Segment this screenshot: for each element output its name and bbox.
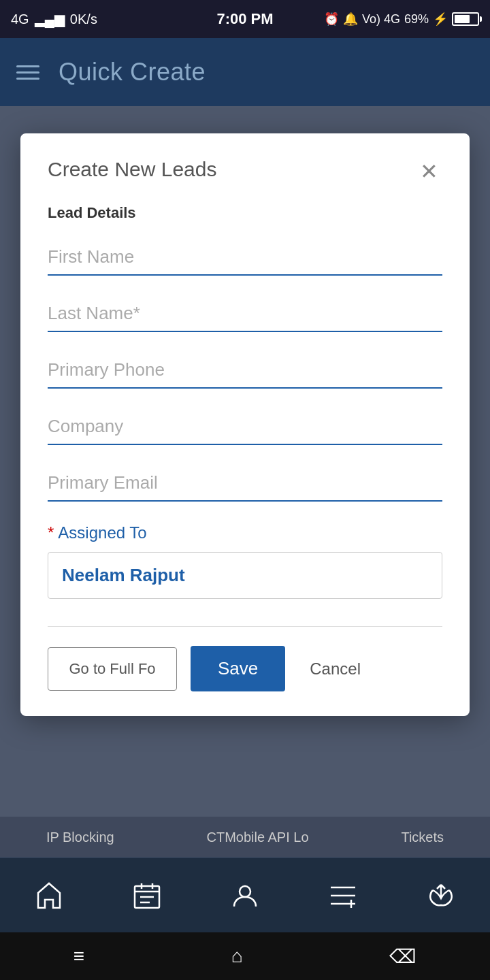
assigned-to-text: Assigned To [58, 523, 146, 542]
modal-dialog: Create New Leads ✕ Lead Details * Assign… [20, 133, 470, 716]
time-display: 7:00 PM [216, 10, 273, 28]
modal-actions: Go to Full Fo Save Cancel [48, 646, 442, 691]
modal-header: Create New Leads ✕ [48, 158, 442, 185]
signal-bars: ▂▄▆ [35, 11, 65, 27]
required-star: * [48, 523, 54, 542]
company-field [48, 410, 442, 445]
menu-button[interactable] [16, 65, 39, 80]
status-left: 4G ▂▄▆ 0K/s [11, 11, 97, 27]
assigned-to-label: * Assigned To [48, 523, 442, 542]
carrier-text: Vo) 4G [362, 12, 400, 27]
charging-icon: ⚡ [433, 12, 448, 27]
notification-icon: 🔔 [343, 12, 358, 27]
modal-overlay: Create New Leads ✕ Lead Details * Assign… [0, 106, 490, 980]
modal-title: Create New Leads [48, 158, 216, 181]
section-label: Lead Details [48, 204, 442, 222]
primary-phone-field [48, 354, 442, 389]
signal-text: 4G [11, 12, 29, 27]
go-to-full-form-button[interactable]: Go to Full Fo [48, 647, 177, 691]
status-bar: 4G ▂▄▆ 0K/s 7:00 PM ⏰ 🔔 Vo) 4G 69% ⚡ [0, 0, 490, 38]
speed-text: 0K/s [70, 12, 97, 27]
app-title: Quick Create [59, 58, 206, 86]
company-input[interactable] [48, 410, 442, 445]
assignee-box[interactable]: Neelam Rajput [48, 552, 442, 599]
primary-email-input[interactable] [48, 467, 442, 502]
first-name-field [48, 241, 442, 276]
assignee-name: Neelam Rajput [62, 565, 185, 585]
first-name-input[interactable] [48, 241, 442, 276]
save-button[interactable]: Save [191, 646, 285, 691]
status-right: ⏰ 🔔 Vo) 4G 69% ⚡ [324, 12, 479, 27]
battery-percent: 69% [404, 12, 429, 27]
primary-phone-input[interactable] [48, 354, 442, 389]
battery-icon [452, 12, 479, 26]
cancel-button[interactable]: Cancel [299, 647, 372, 691]
modal-divider [48, 626, 442, 627]
app-header: Quick Create [0, 38, 490, 106]
last-name-field [48, 297, 442, 332]
alarm-icon: ⏰ [324, 12, 339, 27]
primary-email-field [48, 467, 442, 502]
last-name-input[interactable] [48, 297, 442, 332]
close-button[interactable]: ✕ [415, 158, 442, 185]
